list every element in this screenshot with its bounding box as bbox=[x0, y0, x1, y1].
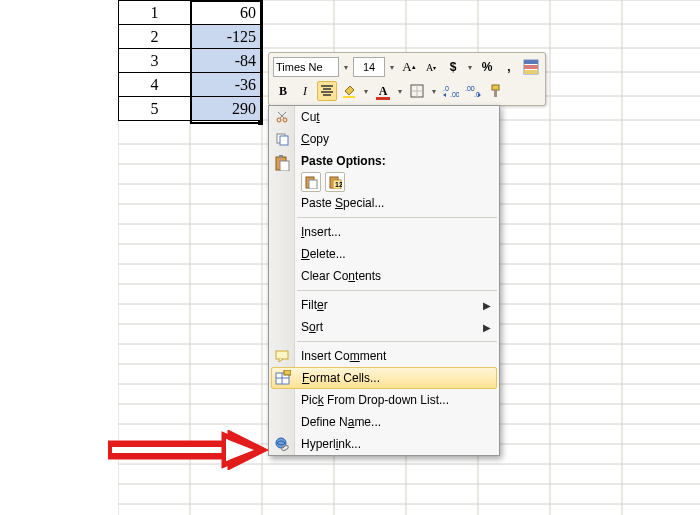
font-size-dropdown[interactable]: ▾ bbox=[387, 58, 397, 76]
row-value[interactable]: 290 bbox=[191, 97, 263, 121]
menu-separator bbox=[297, 217, 497, 218]
clipboard-values-icon: 123 bbox=[328, 175, 342, 189]
red-arrow-annotation bbox=[108, 430, 268, 470]
menu-hyperlink[interactable]: Hyperlink... bbox=[269, 433, 499, 455]
decrease-decimal-button[interactable]: .00.0 bbox=[463, 81, 483, 101]
font-color-dropdown[interactable]: ▾ bbox=[395, 82, 405, 100]
fill-color-button[interactable] bbox=[339, 81, 359, 101]
scissors-icon bbox=[273, 108, 291, 126]
font-name-dropdown[interactable]: ▾ bbox=[341, 58, 351, 76]
borders-icon bbox=[410, 84, 424, 98]
row-value[interactable]: -36 bbox=[191, 73, 263, 97]
svg-rect-49 bbox=[492, 85, 499, 90]
row-label[interactable]: 5 bbox=[119, 97, 191, 121]
bold-button[interactable]: B bbox=[273, 81, 293, 101]
inc-decimal-icon: .0.00 bbox=[443, 84, 459, 98]
font-size-box[interactable]: 14 bbox=[353, 57, 385, 77]
svg-rect-76 bbox=[112, 447, 224, 453]
menu-label: Format Cells... bbox=[302, 371, 380, 385]
currency-dropdown[interactable]: ▾ bbox=[465, 58, 475, 76]
menu-label: Cut bbox=[301, 110, 320, 124]
menu-copy[interactable]: Copy bbox=[269, 128, 499, 150]
menu-label: Paste Special... bbox=[301, 196, 384, 210]
format-cells-icon bbox=[274, 369, 292, 387]
table-row[interactable]: 3-84 bbox=[119, 49, 263, 73]
svg-rect-61 bbox=[309, 180, 317, 189]
menu-format-cells[interactable]: Format Cells... bbox=[271, 367, 497, 389]
svg-rect-65 bbox=[276, 351, 288, 359]
copy-icon bbox=[273, 130, 291, 148]
menu-insert-comment[interactable]: Insert Comment bbox=[269, 345, 499, 367]
menu-label: Insert... bbox=[301, 225, 341, 239]
clipboard-icon bbox=[304, 175, 318, 189]
menu-sort[interactable]: Sort ▶ bbox=[269, 316, 499, 338]
comment-icon bbox=[273, 347, 291, 365]
fill-color-dropdown[interactable]: ▾ bbox=[361, 82, 371, 100]
clipboard-icon bbox=[273, 154, 291, 172]
row-value[interactable]: 60 bbox=[191, 1, 263, 25]
svg-rect-58 bbox=[279, 155, 283, 158]
format-painter-button[interactable] bbox=[485, 81, 505, 101]
row-label[interactable]: 2 bbox=[119, 25, 191, 49]
menu-filter[interactable]: Filter ▶ bbox=[269, 294, 499, 316]
increase-decimal-button[interactable]: .0.00 bbox=[441, 81, 461, 101]
shrink-font-button[interactable]: A▾ bbox=[421, 57, 441, 77]
comma-button[interactable]: , bbox=[499, 57, 519, 77]
conditional-format-button[interactable] bbox=[521, 57, 541, 77]
svg-rect-50 bbox=[494, 90, 497, 97]
row-label[interactable]: 4 bbox=[119, 73, 191, 97]
menu-paste-options: Paste Options: 123 bbox=[269, 150, 499, 192]
borders-button[interactable] bbox=[407, 81, 427, 101]
menu-pick-from-list[interactable]: Pick From Drop-down List... bbox=[269, 389, 499, 411]
menu-label: Insert Comment bbox=[301, 349, 386, 363]
row-value[interactable]: -84 bbox=[191, 49, 263, 73]
menu-label: Filter bbox=[301, 298, 328, 312]
dec-decimal-icon: .00.0 bbox=[465, 84, 481, 98]
font-name-box[interactable]: Times Ne bbox=[273, 57, 339, 77]
menu-separator bbox=[297, 341, 497, 342]
menu-label: Hyperlink... bbox=[301, 437, 361, 451]
borders-dropdown[interactable]: ▾ bbox=[429, 82, 439, 100]
svg-text:.00: .00 bbox=[450, 91, 459, 98]
data-table[interactable]: 160 2-125 3-84 4-36 5290 bbox=[118, 0, 263, 121]
table-row[interactable]: 4-36 bbox=[119, 73, 263, 97]
menu-cut[interactable]: Cut bbox=[269, 106, 499, 128]
table-row[interactable]: 2-125 bbox=[119, 25, 263, 49]
svg-point-51 bbox=[277, 118, 281, 122]
menu-define-name[interactable]: Define Name... bbox=[269, 411, 499, 433]
menu-separator bbox=[297, 290, 497, 291]
svg-rect-34 bbox=[524, 60, 538, 64]
chevron-right-icon: ▶ bbox=[483, 300, 491, 311]
font-color-button[interactable]: A bbox=[373, 81, 393, 101]
svg-rect-56 bbox=[280, 136, 288, 145]
table-row[interactable]: 5290 bbox=[119, 97, 263, 121]
paste-option-values[interactable]: 123 bbox=[325, 172, 345, 192]
row-value[interactable]: -125 bbox=[191, 25, 263, 49]
row-label[interactable]: 3 bbox=[119, 49, 191, 73]
row-label[interactable]: 1 bbox=[119, 1, 191, 25]
center-align-icon bbox=[320, 85, 334, 97]
svg-rect-35 bbox=[524, 65, 538, 69]
conditional-format-icon bbox=[523, 59, 539, 75]
menu-label: Pick From Drop-down List... bbox=[301, 393, 449, 407]
center-align-button[interactable] bbox=[317, 81, 337, 101]
menu-delete[interactable]: Delete... bbox=[269, 243, 499, 265]
italic-button[interactable]: I bbox=[295, 81, 315, 101]
menu-label: Define Name... bbox=[301, 415, 381, 429]
table-row[interactable]: 160 bbox=[119, 1, 263, 25]
menu-clear-contents[interactable]: Clear Contents bbox=[269, 265, 499, 287]
paste-option-normal[interactable] bbox=[301, 172, 321, 192]
globe-link-icon bbox=[273, 435, 291, 453]
currency-button[interactable]: $ bbox=[443, 57, 463, 77]
svg-rect-69 bbox=[284, 370, 291, 375]
menu-label: Clear Contents bbox=[301, 269, 381, 283]
svg-text:123: 123 bbox=[335, 181, 342, 188]
svg-rect-41 bbox=[343, 96, 355, 98]
chevron-right-icon: ▶ bbox=[483, 322, 491, 333]
menu-insert[interactable]: Insert... bbox=[269, 221, 499, 243]
percent-button[interactable]: % bbox=[477, 57, 497, 77]
grow-font-button[interactable]: A▴ bbox=[399, 57, 419, 77]
menu-label: Sort bbox=[301, 320, 323, 334]
context-menu: Cut Copy Paste Options: 123 Paste Specia… bbox=[268, 105, 500, 456]
menu-paste-special[interactable]: Paste Special... bbox=[269, 192, 499, 214]
